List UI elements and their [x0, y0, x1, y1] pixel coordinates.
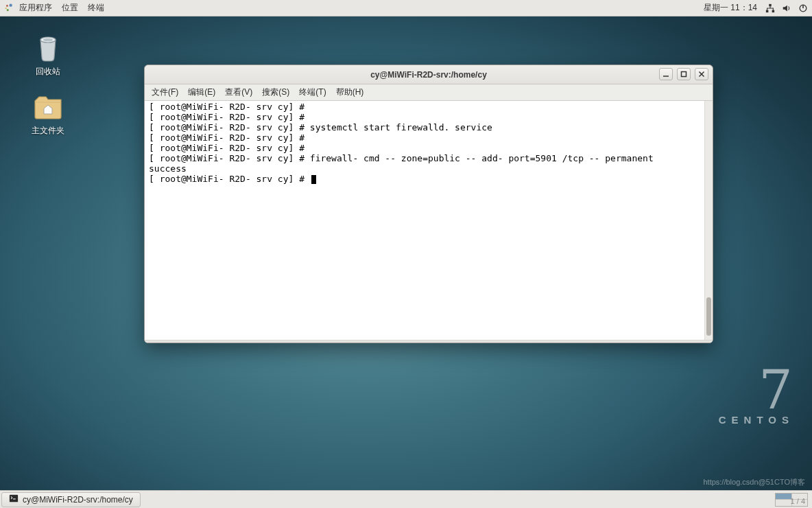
svg-rect-15	[10, 495, 18, 503]
terminal-line: success	[149, 163, 187, 174]
window-close-button[interactable]	[695, 68, 708, 80]
terminal-scrollbar[interactable]	[704, 101, 713, 340]
top-panel-menus: 应用程序 位置 终端	[19, 2, 104, 14]
terminal-task-icon	[9, 494, 19, 505]
terminal-line: [ root@MiWiFi- R2D- srv cy] #	[149, 102, 304, 112]
workspace-1[interactable]	[776, 494, 791, 500]
menu-terminal[interactable]: 终端(T)	[299, 86, 326, 98]
desktop-trash[interactable]: 回收站	[21, 30, 75, 78]
desktop-trash-label: 回收站	[21, 66, 75, 78]
workspace-3[interactable]	[776, 500, 791, 506]
window-title: cy@MiWiFi-R2D-srv:/home/cy	[370, 70, 487, 80]
terminal-line: [ root@MiWiFi- R2D- srv cy] # firewall- …	[149, 153, 654, 163]
svg-point-3	[7, 9, 9, 11]
terminal-menubar: 文件(F) 编辑(E) 查看(V) 搜索(S) 终端(T) 帮助(H)	[145, 84, 713, 101]
window-titlebar[interactable]: cy@MiWiFi-R2D-srv:/home/cy	[145, 65, 713, 84]
menu-view[interactable]: 查看(V)	[225, 86, 252, 98]
gnome-foot-icon	[4, 3, 14, 13]
page-indicator: 1 / 4	[791, 497, 805, 505]
centos-version: 7	[719, 367, 794, 413]
home-folder-icon	[32, 89, 64, 122]
power-icon[interactable]	[798, 3, 808, 13]
desktop-home[interactable]: 主文件夹	[21, 89, 75, 137]
menu-applications[interactable]: 应用程序	[19, 2, 52, 14]
menu-file[interactable]: 文件(F)	[152, 86, 178, 98]
taskbar-task-label: cy@MiWiFi-R2D-srv:/home/cy	[23, 495, 133, 505]
desktop-home-label: 主文件夹	[21, 125, 75, 137]
svg-rect-5	[766, 10, 769, 12]
menu-terminal[interactable]: 终端	[88, 2, 104, 14]
terminal-prompt: [ root@MiWiFi- R2D- srv cy] #	[149, 174, 310, 184]
menu-places[interactable]: 位置	[62, 2, 78, 14]
volume-icon[interactable]	[782, 3, 791, 13]
menu-edit[interactable]: 编辑(E)	[188, 86, 215, 98]
svg-point-0	[9, 3, 12, 6]
terminal-cursor	[311, 175, 316, 184]
window-maximize-button[interactable]	[677, 68, 691, 80]
terminal-window: cy@MiWiFi-R2D-srv:/home/cy 文件(F) 编辑(E) 查…	[144, 65, 713, 343]
window-footer	[145, 340, 713, 343]
clock[interactable]: 星期一 11：14	[704, 2, 757, 14]
menu-search[interactable]: 搜索(S)	[262, 86, 289, 98]
window-minimize-button[interactable]	[659, 68, 673, 80]
network-icon[interactable]	[765, 3, 775, 13]
menu-help[interactable]: 帮助(H)	[336, 86, 364, 98]
svg-rect-12	[682, 72, 686, 77]
terminal-line: [ root@MiWiFi- R2D- srv cy] #	[149, 112, 304, 122]
system-tray: 星期一 11：14	[704, 2, 808, 14]
svg-point-1	[6, 5, 8, 7]
svg-rect-4	[769, 3, 772, 6]
terminal-line: [ root@MiWiFi- R2D- srv cy] # systemctl …	[149, 122, 492, 132]
terminal-output[interactable]: [ root@MiWiFi- R2D- srv cy] # [ root@MiW…	[145, 101, 713, 340]
top-panel: 应用程序 位置 终端 星期一 11：14	[0, 0, 812, 16]
svg-point-10	[43, 38, 53, 42]
bottom-panel: cy@MiWiFi-R2D-srv:/home/cy 1 / 4	[0, 490, 812, 508]
svg-rect-6	[772, 10, 775, 12]
terminal-line: [ root@MiWiFi- R2D- srv cy] #	[149, 143, 304, 153]
centos-name: CENTOS	[719, 414, 794, 426]
scrollbar-thumb[interactable]	[706, 297, 711, 336]
trash-icon	[32, 30, 64, 63]
terminal-line: [ root@MiWiFi- R2D- srv cy] #	[149, 132, 304, 143]
source-watermark: https://blog.csdn@51CTO博客	[703, 477, 805, 487]
centos-branding: 7 CENTOS	[719, 367, 794, 426]
svg-point-2	[5, 7, 7, 8]
taskbar-task-terminal[interactable]: cy@MiWiFi-R2D-srv:/home/cy	[1, 492, 141, 507]
